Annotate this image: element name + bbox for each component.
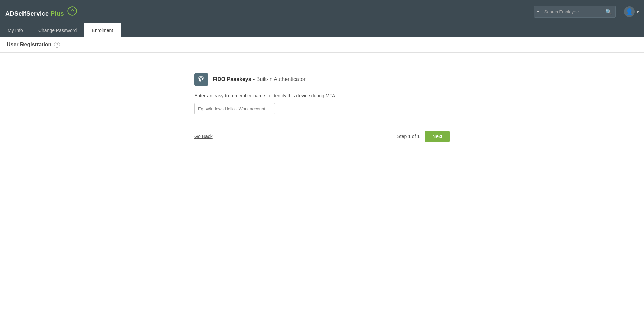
search-input[interactable] — [542, 9, 602, 14]
tabs-bar: My Info Change Password Enrolment — [0, 23, 644, 37]
page-title: User Registration — [7, 42, 51, 48]
fido-header: FIDO Passkeys - Built-in Authenticator — [194, 73, 450, 86]
step-indicator: Step 1 of 1 — [397, 134, 420, 139]
search-icon: 🔍 — [605, 9, 612, 15]
avatar-icon: 👤 — [626, 8, 633, 15]
fido-description: Enter an easy-to-remember name to identi… — [194, 93, 450, 98]
page-container: User Registration ? FIDO Passkeys - Buil… — [0, 37, 644, 336]
step-next-area: Step 1 of 1 Next — [397, 131, 450, 142]
brand-name: ADSelfService Plus — [5, 6, 77, 17]
navbar-left: ADSelfService Plus — [5, 6, 77, 17]
page-header: User Registration ? — [0, 37, 644, 53]
search-area: ▾ 🔍 — [534, 6, 616, 18]
navbar: ADSelfService Plus ▾ 🔍 — [0, 0, 644, 23]
brand-icon — [67, 6, 77, 16]
go-back-button[interactable]: Go Back — [194, 134, 213, 139]
avatar-dropdown-icon: ▼ — [636, 9, 640, 14]
fido-icon — [194, 73, 208, 86]
nav-actions: Go Back Step 1 of 1 Next — [194, 131, 450, 142]
navbar-right: ▾ 🔍 👤 ▼ — [534, 0, 644, 23]
brand-logo-link[interactable]: ADSelfService Plus — [5, 6, 77, 17]
search-dropdown-button[interactable]: ▾ — [534, 9, 542, 14]
fido-card: FIDO Passkeys - Built-in Authenticator E… — [194, 73, 450, 114]
tab-change-password[interactable]: Change Password — [31, 23, 84, 37]
tab-enrolment[interactable]: Enrolment — [84, 23, 121, 37]
svg-point-0 — [68, 7, 76, 15]
search-button[interactable]: 🔍 — [602, 9, 615, 15]
fido-title-text: FIDO Passkeys - Built-in Authenticator — [213, 76, 306, 82]
tab-my-info[interactable]: My Info — [0, 23, 31, 37]
help-icon[interactable]: ? — [54, 42, 60, 48]
fido-passkey-icon — [197, 75, 205, 83]
next-button[interactable]: Next — [425, 131, 450, 142]
main-content: FIDO Passkeys - Built-in Authenticator E… — [0, 53, 644, 155]
search-dropdown-icon: ▾ — [537, 9, 539, 14]
device-name-input[interactable] — [194, 103, 275, 114]
user-avatar-button[interactable]: 👤 ▼ — [620, 0, 644, 23]
avatar: 👤 — [624, 6, 635, 17]
